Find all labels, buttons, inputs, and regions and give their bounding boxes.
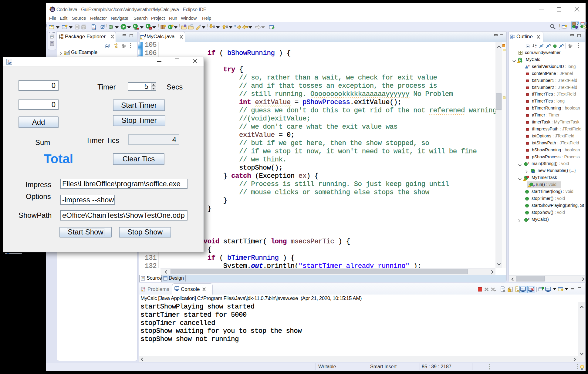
- svg-text:J: J: [585, 22, 587, 25]
- svg-text:J: J: [577, 22, 579, 25]
- svg-text:S: S: [550, 44, 551, 46]
- svg-text:z: z: [535, 46, 536, 49]
- svg-text:S: S: [528, 161, 529, 164]
- svg-text:010: 010: [92, 27, 96, 30]
- svg-text:J: J: [68, 50, 69, 52]
- svg-text:c: c: [528, 217, 529, 220]
- svg-text:!: !: [524, 179, 525, 181]
- svg-text:L: L: [563, 44, 564, 46]
- svg-text:F: F: [529, 64, 530, 67]
- svg-text:!: !: [519, 61, 519, 63]
- svg-text:C: C: [169, 25, 171, 29]
- svg-text:J: J: [144, 34, 146, 37]
- svg-text:!: !: [65, 53, 65, 55]
